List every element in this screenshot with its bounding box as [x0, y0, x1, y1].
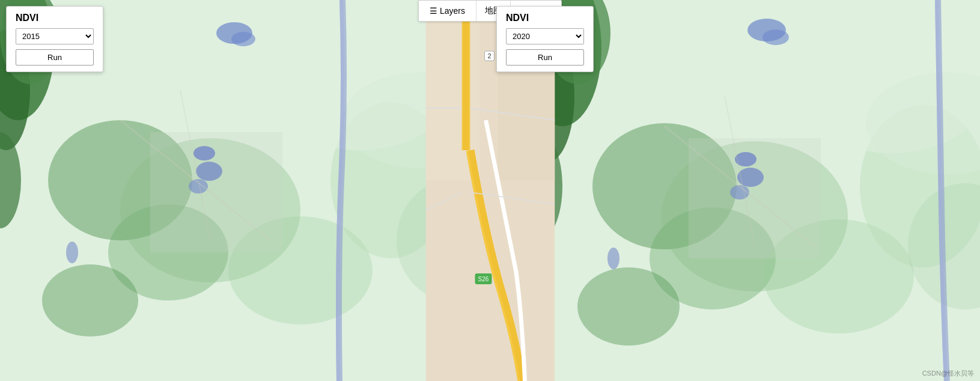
right-year-select[interactable]: 2015 2016 2017 2018 2019 2020 [506, 28, 584, 44]
svg-point-16 [196, 162, 222, 181]
svg-point-18 [66, 242, 78, 263]
svg-point-41 [762, 29, 789, 45]
svg-point-15 [193, 146, 215, 160]
svg-rect-44 [498, 60, 555, 180]
right-panel-title: NDVI [506, 13, 584, 23]
right-map: NDVI 2015 2016 2017 2018 2019 2020 Run C… [490, 0, 980, 381]
left-run-button[interactable]: Run [16, 49, 94, 66]
svg-point-7 [42, 264, 138, 337]
left-year-wrapper: 2015 2016 2017 2018 2019 2020 [16, 28, 94, 44]
left-ndvi-panel: NDVI 2015 2016 2017 2018 2019 2020 Run [6, 6, 103, 72]
maps-wrapper: NDVI 2015 2016 2017 2018 2019 2020 Run [0, 0, 980, 381]
svg-rect-46 [463, 0, 469, 150]
layers-icon: ☰ [430, 6, 437, 16]
layers-label: Layers [440, 6, 465, 16]
svg-point-20 [231, 32, 255, 46]
watermark: CSDN@怪水贝等 [922, 369, 974, 378]
left-panel-title: NDVI [16, 13, 94, 23]
left-map: NDVI 2015 2016 2017 2018 2019 2020 Run [0, 0, 490, 381]
right-ndvi-panel: NDVI 2015 2016 2017 2018 2019 2020 Run [496, 6, 594, 72]
svg-point-39 [607, 248, 619, 269]
svg-point-28 [577, 267, 680, 346]
right-run-button[interactable]: Run [506, 49, 584, 66]
svg-text:S26: S26 [478, 276, 488, 282]
svg-text:2: 2 [487, 52, 491, 59]
right-year-wrapper: 2015 2016 2017 2018 2019 2020 [506, 28, 584, 44]
layers-button[interactable]: ☰ Layers [419, 1, 476, 21]
left-year-select[interactable]: 2015 2016 2017 2018 2019 2020 [16, 28, 94, 44]
